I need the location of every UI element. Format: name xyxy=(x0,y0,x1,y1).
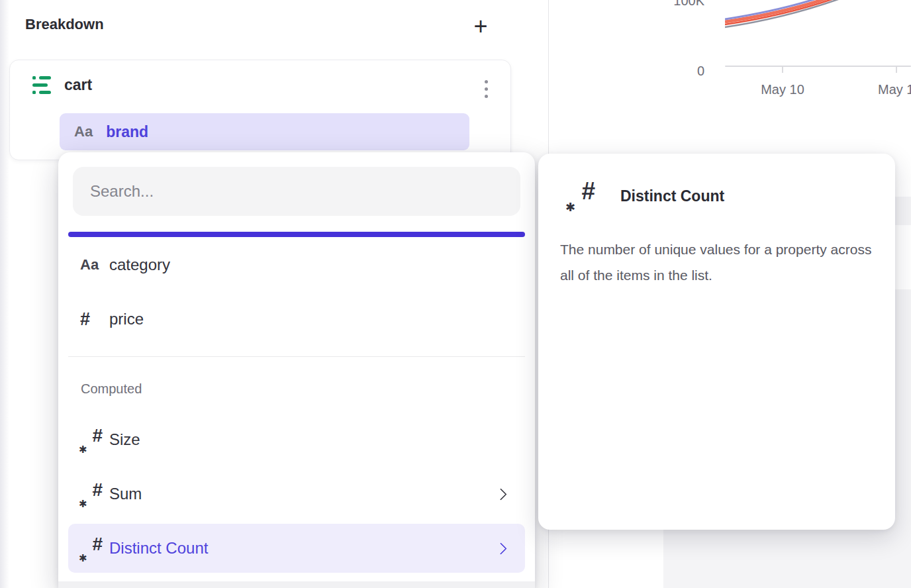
breakdown-section-title: Breakdown xyxy=(25,16,104,33)
dropdown-item-sum[interactable]: # ✱ Sum xyxy=(68,474,525,514)
dropdown-item-label: Size xyxy=(109,430,140,449)
computed-number-icon: # ✱ xyxy=(80,428,104,452)
text-property-icon: Aa xyxy=(74,123,93,140)
computed-section-label: Computed xyxy=(81,381,142,397)
search-input[interactable] xyxy=(73,167,520,216)
number-property-icon: # xyxy=(80,309,90,330)
y-axis-tick-100k: 100K xyxy=(649,0,704,9)
plus-icon: + xyxy=(473,13,487,40)
distinct-count-info-card: # ✱ Distinct Count The number of unique … xyxy=(538,154,895,530)
dropdown-item-label: Distinct Count xyxy=(109,539,208,558)
dropdown-item-label: Sum xyxy=(109,485,142,503)
x-axis-tickmark xyxy=(782,67,783,73)
breakdown-card: cart Aa brand xyxy=(9,60,511,160)
line-chart xyxy=(725,0,911,66)
kebab-menu-button[interactable] xyxy=(482,77,491,101)
text-property-icon: Aa xyxy=(80,256,99,273)
x-axis-label-may17: May 17 xyxy=(878,82,911,97)
breakdown-property-name: cart xyxy=(64,76,92,94)
add-breakdown-button[interactable]: + xyxy=(467,12,494,41)
dropdown-item-label: price xyxy=(109,310,144,328)
computed-number-icon: # ✱ xyxy=(567,181,597,211)
chevron-right-icon xyxy=(495,488,506,500)
dropdown-item-label: category xyxy=(109,256,170,274)
x-axis-tickmark xyxy=(896,67,897,73)
tooltip-title: Distinct Count xyxy=(620,187,724,205)
property-dropdown: Aa category # price Computed # ✱ Size # … xyxy=(58,152,535,588)
dropdown-item-category[interactable]: Aa category xyxy=(68,245,525,285)
breakdown-property-row[interactable]: cart xyxy=(32,74,92,96)
dropdown-item-price[interactable]: # price xyxy=(68,299,525,339)
computed-number-icon: # ✱ xyxy=(80,482,104,506)
list-property-icon xyxy=(32,76,52,94)
x-axis xyxy=(725,66,911,67)
dropdown-next-section-edge xyxy=(58,581,535,588)
selected-subproperty-chip[interactable]: Aa brand xyxy=(60,113,469,150)
dropdown-item-size[interactable]: # ✱ Size xyxy=(68,420,525,460)
dropdown-item-distinct-count[interactable]: # ✱ Distinct Count xyxy=(68,524,525,573)
left-edge-shadow xyxy=(0,0,9,588)
computed-number-icon: # ✱ xyxy=(80,536,104,560)
selected-subproperty-label: brand xyxy=(106,123,148,141)
app-canvas: 100K 0 May 10 May 17 Breakdown + cart Aa xyxy=(0,0,911,588)
dropdown-divider xyxy=(68,356,525,357)
x-axis-label-may10: May 10 xyxy=(745,82,820,97)
chevron-right-icon xyxy=(495,542,506,554)
tooltip-description: The number of unique values for a proper… xyxy=(560,236,878,288)
y-axis-tick-0: 0 xyxy=(649,64,704,79)
selected-item-scroll-indicator xyxy=(68,232,525,237)
